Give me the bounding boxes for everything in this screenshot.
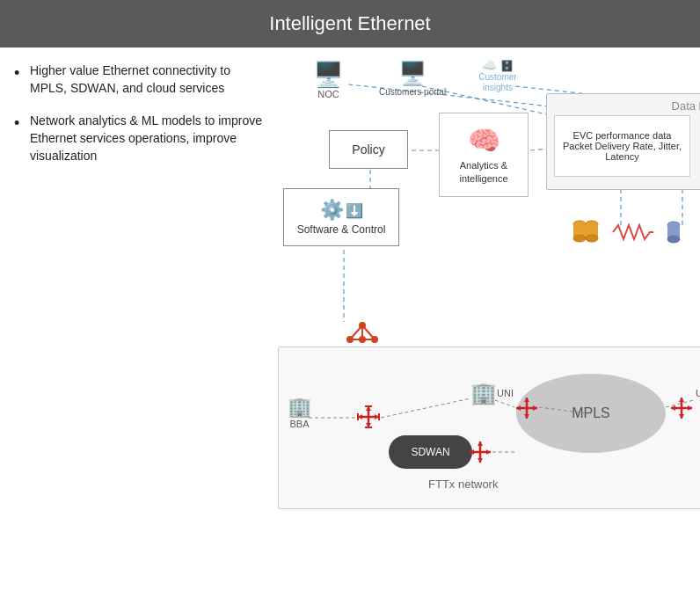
customer-insights-label: Customer insights [463,72,533,93]
svg-point-11 [573,235,586,242]
mpls-label: MPLS [572,405,610,421]
uni-label-2: UNI [696,388,700,398]
evc-box: EVC performance data Packet Delivery Rat… [554,115,690,177]
data-lake-box: Data lake EVC performance data Packet De… [546,93,700,190]
customers-portal-icon: 🖥️ [379,60,446,87]
bullet-1: Higher value Ethernet connectivity to MP… [14,62,269,98]
svg-marker-43 [486,449,491,455]
customers-portal-label: Customers portal [379,87,446,98]
middle-icons-row [572,218,682,250]
right-diagram: 🖥️ NOC 🖥️ Customers portal ☁️ 🗄️ Custome… [278,58,700,524]
uni-label-1: UNI [497,388,514,398]
uni-text-1: UNI [497,388,514,398]
noc-section: 🖥️ NOC [313,60,344,99]
svg-marker-47 [679,414,684,419]
svg-line-54 [381,398,470,418]
svg-marker-49 [688,405,692,411]
policy-box: Policy [329,130,408,169]
page-title: Intelligent Ethernet [269,12,430,34]
gear-cloud-icon: ⚙️⬇️ [320,199,363,222]
svg-marker-37 [533,405,537,411]
fttx-label: FTTx network [428,478,498,491]
svg-line-55 [495,400,514,407]
policy-label: Policy [352,142,384,157]
sdwan-label: SDWAN [411,446,449,458]
customers-portal-section: 🖥️ Customers portal [379,60,446,98]
arrow-cross-3 [468,440,492,468]
svg-marker-35 [524,414,529,419]
bba-label: BBA [288,419,311,429]
customer-insights-icon: ☁️ 🗄️ [463,58,533,72]
bba-icon: 🏢 [288,396,311,419]
bba-building: 🏢 BBA [288,396,311,429]
analytics-box: 🧠 Analytics & intelligence [439,113,529,197]
arrow-cross-2 [514,396,539,424]
uni-text-2: UNI [696,388,700,398]
network-section: MPLS SDWAN FTTx network 🏢 BBA [278,347,700,509]
analytics-label: Analytics & intelligence [445,159,522,185]
double-cylinder-icon [572,218,601,250]
svg-marker-40 [478,441,483,446]
svg-marker-42 [470,449,474,455]
fttx-text: FTTx network [428,478,498,491]
svg-marker-48 [671,405,675,411]
svg-marker-34 [524,398,529,402]
data-lake-label: Data lake [672,99,700,113]
svg-point-14 [586,235,598,242]
svg-marker-41 [478,458,483,463]
header-bar: Intelligent Ethernet [0,0,700,47]
evc-label: EVC performance data Packet Delivery Rat… [558,130,686,162]
sdwan-oval: SDWAN [389,435,472,469]
arrow-cross-4 [669,396,694,424]
left-text-panel: Higher value Ethernet connectivity to MP… [14,58,269,524]
noc-icon: 🖥️ [313,60,344,89]
software-label: Software & Control [297,223,386,236]
noc-label: NOC [313,89,344,99]
wave-signal-icon [611,220,655,248]
arrow-cross-1 [356,405,381,433]
bullet-2: Network analytics & ML models to improve… [14,112,269,165]
software-control-box: ⚙️⬇️ Software & Control [283,188,399,246]
svg-point-17 [667,236,680,243]
single-cylinder-icon [666,220,682,248]
building-left-mpls: 🏢 [470,381,497,405]
svg-marker-46 [679,398,684,402]
brain-icon: 🧠 [468,125,500,156]
customer-insights-section: ☁️ 🗄️ Customer insights [463,58,533,93]
svg-marker-36 [516,405,521,411]
